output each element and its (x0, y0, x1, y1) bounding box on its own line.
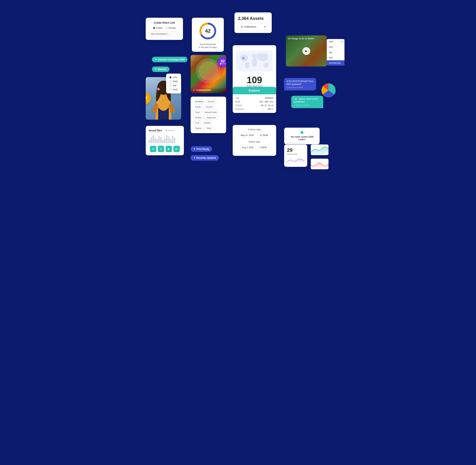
cmyk-key: CMYK: (235, 104, 242, 107)
share-link-title: Create Share Link (149, 21, 180, 24)
cdn-card: You have active CDN Links! (284, 128, 320, 144)
mp4-label2: mp4 (329, 46, 333, 48)
wave-bar (170, 139, 171, 143)
summer-campaign-label: Summer Campaign 2019 (158, 58, 185, 61)
tag-cream[interactable]: Cream (193, 105, 203, 109)
expire-date-row: Aug 3, 2019 2:00PM (236, 145, 273, 150)
tag-fruit[interactable]: Fruit (193, 121, 201, 125)
collections-dropdown[interactable]: 11 Collections ▾ (238, 23, 268, 30)
tag-breakfast[interactable]: Breakfast (193, 99, 205, 104)
updated-icon: ✦ (193, 157, 195, 159)
cmyk-value: 46 / 0 / 19 / 0 (261, 104, 273, 107)
url-input[interactable] (149, 31, 180, 36)
teal-chart-svg (311, 145, 329, 155)
wave-bar (168, 137, 169, 143)
gif-option[interactable]: GIF (169, 84, 178, 87)
world-map-svg (236, 49, 273, 74)
tag-meal[interactable]: Meal (205, 126, 213, 130)
tag-brunch[interactable]: Brunch (206, 99, 216, 104)
pantone-row: Pantone: 553 C (235, 108, 273, 110)
tag-healthy2[interactable]: Healthy (202, 121, 212, 125)
recently-updated-button[interactable]: ✦ Recently Updated (191, 155, 219, 161)
pie-chart (321, 83, 336, 97)
pantone-value: 553 C (268, 108, 273, 110)
svg-option[interactable]: SVG (169, 88, 178, 91)
publish-date-label: Publish date (236, 128, 273, 131)
private-option[interactable]: Private (165, 27, 176, 29)
sound-header: Sound files 39 assets (149, 129, 181, 132)
chevron-icon: ▾ (341, 41, 342, 43)
pantone-key: Pantone: (235, 108, 244, 110)
rgb-key: RGB: (235, 101, 241, 103)
video-background: 15 things to do in Siena ▶ (286, 35, 327, 66)
cdn-dot (301, 131, 303, 134)
wave-bar (174, 138, 175, 143)
food-overlay: 🔗 6 attachments (191, 87, 226, 93)
cmyk-row: CMYK: 46 / 0 / 19 / 0 (235, 104, 273, 107)
public-radio[interactable] (153, 27, 155, 29)
chat-question-text: Is the 2019 Southwest Tours PDF approved… (287, 80, 314, 86)
tag-natural-foods[interactable]: Natural Foods (202, 110, 219, 114)
play-button-video[interactable]: ▶ (302, 47, 310, 55)
svg-point-11 (243, 58, 244, 59)
format-animated-gif[interactable]: animated gif (327, 60, 344, 66)
asset-views-number: 29 (287, 147, 304, 153)
public-label: Public (156, 27, 162, 29)
print-ready-label: Print Ready (197, 148, 209, 150)
website-tag[interactable]: ✦ Website (152, 66, 169, 72)
jpg-option[interactable]: JPG (169, 76, 178, 79)
rgb-row: RGB: 132 / 208 / 211 (235, 101, 273, 103)
mini-chart-teal (311, 145, 329, 155)
play-button[interactable]: ▶ (166, 146, 172, 152)
hex-value: #84d0d3 (265, 97, 273, 99)
format-mp4[interactable]: mp4 (327, 44, 344, 50)
pause-button[interactable]: ⏸ (158, 146, 164, 152)
ogv-label: ogv (329, 51, 332, 53)
png-radio[interactable] (169, 80, 172, 83)
map-number: 109 (236, 75, 273, 85)
format-ogv[interactable]: ogv (327, 50, 344, 55)
tag-healthy[interactable]: Healthy (193, 116, 204, 120)
tag-dessert[interactable]: Dessert (204, 105, 215, 109)
svg-radio[interactable] (169, 88, 172, 91)
format-mov[interactable]: mov (327, 55, 344, 60)
expire-date-label: Expire date (236, 140, 273, 143)
expire-date-pill: Aug 3, 2019 (240, 145, 256, 150)
attachment-icon: 🔗 (193, 89, 195, 91)
tag-food[interactable]: Food (193, 110, 201, 114)
private-label: Private (168, 27, 176, 29)
format-mp4-selected[interactable]: mp4 ▾ (327, 39, 344, 44)
tag-organic[interactable]: Organic (193, 126, 204, 130)
sound-title: Sound files (149, 129, 162, 132)
asset-views-label: Asset views (287, 153, 304, 155)
website-label: Website (158, 68, 167, 71)
public-option[interactable]: Public (153, 27, 162, 29)
collections-label: 11 Collections (241, 25, 256, 28)
summer-campaign-tag[interactable]: ✦ Summer Campaign 2019 (152, 57, 188, 62)
private-radio[interactable] (165, 27, 167, 29)
gif-radio[interactable] (169, 85, 172, 87)
wave-bar (158, 136, 160, 143)
fast-forward-button[interactable]: ⏭ (173, 146, 180, 152)
attachments-label: 6 attachments (197, 89, 211, 91)
png-option[interactable]: PNG (169, 80, 178, 83)
chat-question-time: 11/29/2018 at 12:03pm (287, 86, 314, 89)
explorer-title: Explorer (249, 89, 260, 92)
rewind-button[interactable]: ⏮ (150, 146, 156, 152)
tags-card: Breakfast Brunch Cream Dessert Food Natu… (191, 97, 226, 133)
wave-bar (153, 135, 154, 143)
sound-count: 39 assets (165, 129, 174, 132)
mp4-label: mp4 (329, 41, 333, 43)
svg-point-3 (158, 89, 159, 90)
tag-icon-2: ✦ (155, 68, 157, 71)
cdn-text: You have active CDN Links! (287, 136, 316, 141)
jpg-radio[interactable] (169, 76, 172, 79)
tags-grid: Breakfast Brunch Cream Dessert Food Natu… (193, 99, 224, 130)
mini-chart-pink (311, 159, 329, 169)
video-title: 15 things to do in Siena (286, 35, 327, 42)
rgb-value: 132 / 208 / 211 (259, 101, 273, 103)
expire-time-pill: 2:00PM (257, 145, 269, 150)
mini-wave-chart (287, 157, 304, 164)
tag-vegetarian[interactable]: Vegetarian (205, 116, 218, 120)
print-ready-button[interactable]: ✦ Print Ready (191, 146, 212, 152)
